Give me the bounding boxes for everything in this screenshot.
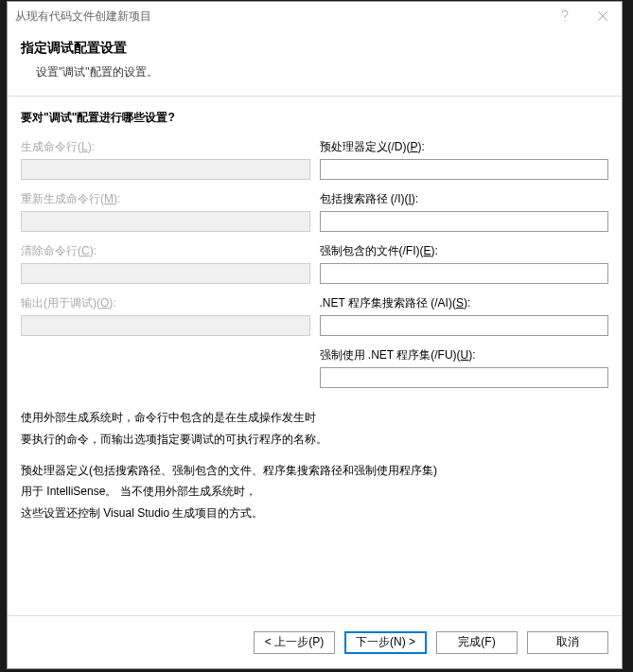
prev-button[interactable]: < 上一步(P) bbox=[254, 631, 335, 654]
label-output: 输出(用于调试)(O): bbox=[21, 295, 310, 311]
label-clean-cmd: 清除命令行(C): bbox=[21, 243, 310, 259]
footer: < 上一步(P) 下一步(N) > 完成(F) 取消 bbox=[8, 615, 622, 668]
label-include: 包括搜索路径 (/I)(I): bbox=[320, 191, 609, 207]
close-button[interactable] bbox=[584, 2, 622, 30]
field-rebuild-cmd: 重新生成命令行(M): bbox=[21, 191, 310, 232]
label-rebuild-cmd: 重新生成命令行(M): bbox=[21, 191, 310, 207]
label-assembly-search: .NET 程序集搜索路径 (/AI)(S): bbox=[320, 295, 609, 311]
close-icon bbox=[597, 10, 608, 22]
input-forced-inc[interactable] bbox=[320, 263, 609, 284]
input-preproc[interactable] bbox=[320, 159, 609, 180]
input-assembly-search[interactable] bbox=[320, 315, 609, 336]
label-forced-using: 强制使用 .NET 程序集(/FU)(U): bbox=[320, 347, 609, 363]
finish-button[interactable]: 完成(F) bbox=[436, 631, 518, 654]
field-forced-using: 强制使用 .NET 程序集(/FU)(U): bbox=[320, 347, 609, 388]
wizard-dialog: 从现有代码文件创建新项目 指定调试配置设置 设置"调试"配置的设置。 要对"调试… bbox=[7, 1, 623, 669]
section-title: 要对"调试"配置进行哪些设置? bbox=[21, 110, 608, 126]
description-p2: 预处理器定义(包括搜索路径、强制包含的文件、程序集搜索路径和强制使用程序集) 用… bbox=[21, 460, 608, 524]
titlebar: 从现有代码文件创建新项目 bbox=[8, 2, 622, 30]
label-preproc: 预处理器定义(/D)(P): bbox=[320, 139, 609, 155]
help-icon bbox=[560, 9, 570, 23]
page-subtitle: 设置"调试"配置的设置。 bbox=[21, 64, 608, 80]
window-title: 从现有代码文件创建新项目 bbox=[15, 9, 546, 25]
input-output bbox=[21, 315, 310, 336]
input-forced-using[interactable] bbox=[320, 367, 609, 388]
description: 使用外部生成系统时，命令行中包含的是在生成操作发生时 要执行的命令，而输出选项指… bbox=[21, 407, 608, 524]
next-button[interactable]: 下一步(N) > bbox=[344, 631, 427, 654]
input-include[interactable] bbox=[320, 211, 609, 232]
field-include: 包括搜索路径 (/I)(I): bbox=[320, 191, 609, 232]
field-preproc: 预处理器定义(/D)(P): bbox=[320, 139, 609, 180]
right-column: 预处理器定义(/D)(P): 包括搜索路径 (/I)(I): 强制包含的文件(/… bbox=[320, 139, 609, 399]
content: 要对"调试"配置进行哪些设置? 生成命令行(L): 重新生成命令行(M): 清除… bbox=[8, 97, 622, 615]
left-column: 生成命令行(L): 重新生成命令行(M): 清除命令行(C): 输出(用于调试)… bbox=[21, 139, 310, 399]
input-rebuild-cmd bbox=[21, 211, 310, 232]
label-build-cmd: 生成命令行(L): bbox=[21, 139, 310, 155]
titlebar-controls bbox=[546, 2, 622, 30]
input-build-cmd bbox=[21, 159, 310, 180]
header: 指定调试配置设置 设置"调试"配置的设置。 bbox=[8, 30, 622, 96]
field-output: 输出(用于调试)(O): bbox=[21, 295, 310, 336]
input-clean-cmd bbox=[21, 263, 310, 284]
form-grid: 生成命令行(L): 重新生成命令行(M): 清除命令行(C): 输出(用于调试)… bbox=[21, 139, 608, 399]
cancel-button[interactable]: 取消 bbox=[527, 631, 608, 654]
field-clean-cmd: 清除命令行(C): bbox=[21, 243, 310, 284]
page-title: 指定调试配置设置 bbox=[21, 40, 608, 57]
field-forced-inc: 强制包含的文件(/FI)(E): bbox=[320, 243, 609, 284]
field-build-cmd: 生成命令行(L): bbox=[21, 139, 310, 180]
field-assembly-search: .NET 程序集搜索路径 (/AI)(S): bbox=[320, 295, 609, 336]
label-forced-inc: 强制包含的文件(/FI)(E): bbox=[320, 243, 609, 259]
description-p1: 使用外部生成系统时，命令行中包含的是在生成操作发生时 要执行的命令，而输出选项指… bbox=[21, 407, 608, 451]
help-button[interactable] bbox=[546, 2, 584, 30]
